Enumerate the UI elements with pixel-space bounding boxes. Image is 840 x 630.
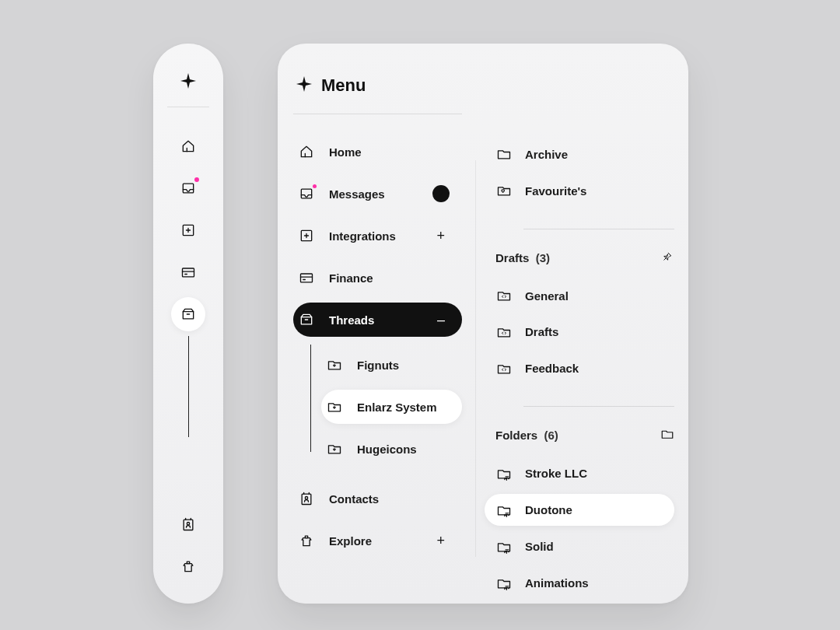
nav-label: Finance xyxy=(329,271,373,285)
add-icon[interactable]: + xyxy=(432,532,450,549)
folder-arrow-icon xyxy=(326,441,343,457)
rail-explore[interactable] xyxy=(171,549,205,583)
nav-label: General xyxy=(525,289,569,303)
folder-arrow-icon xyxy=(326,399,343,415)
folder-list-icon xyxy=(495,539,513,555)
menu-secondary-column: Archive Favourite's Drafts (3) General D… xyxy=(477,44,688,604)
nav-label: Animations xyxy=(525,576,589,590)
folder-solid[interactable]: Solid xyxy=(495,530,674,562)
section-count: (3) xyxy=(536,251,550,264)
folder-icon xyxy=(495,146,513,162)
draft-general[interactable]: General xyxy=(495,280,674,312)
nav-label: Archive xyxy=(525,148,568,161)
folder-code-icon xyxy=(495,288,513,303)
home-icon xyxy=(298,144,315,159)
section-title: Drafts xyxy=(495,251,529,264)
nav-threads[interactable]: Threads – xyxy=(293,303,462,337)
pin-icon[interactable] xyxy=(660,250,674,266)
rail-contacts[interactable] xyxy=(171,507,205,541)
rail-messages[interactable] xyxy=(171,171,205,205)
nav-home[interactable]: Home xyxy=(293,135,462,169)
icon-rail xyxy=(153,44,223,604)
threads-children: Fignuts Enlarz System Hugeicons xyxy=(293,345,462,474)
folder-code-icon xyxy=(495,361,513,376)
folder-animations[interactable]: Animations xyxy=(495,567,674,599)
nav-label: Fignuts xyxy=(357,359,399,372)
nav-label: Messages xyxy=(329,187,385,201)
credit-card-icon xyxy=(298,270,315,285)
notification-dot xyxy=(194,177,199,182)
nav-contacts[interactable]: Contacts xyxy=(293,481,462,516)
nav-label: Drafts xyxy=(525,325,558,338)
divider xyxy=(167,107,209,107)
nav-label: Threads xyxy=(329,313,374,327)
nav-label: Stroke LLC xyxy=(525,467,587,480)
collapse-icon[interactable]: – xyxy=(432,311,450,328)
nav-archive[interactable]: Archive xyxy=(495,138,674,170)
notification-dot xyxy=(313,184,317,188)
menu-primary-column: Menu Home Messages 2 Integrations + Fina… xyxy=(278,44,477,604)
package-icon xyxy=(298,312,315,327)
nav-label: Solid xyxy=(525,540,554,553)
rail-home[interactable] xyxy=(171,129,205,163)
inbox-icon xyxy=(298,186,315,201)
folder-arrow-icon xyxy=(326,357,343,373)
section-count: (6) xyxy=(544,429,558,442)
nav-label: Favourite's xyxy=(525,184,586,198)
folder-list-icon xyxy=(495,502,513,518)
rail-finance[interactable] xyxy=(171,255,205,289)
menu-title-row: Menu xyxy=(293,75,462,96)
section-drafts-header[interactable]: Drafts (3) xyxy=(495,250,674,266)
divider xyxy=(523,229,674,229)
add-icon[interactable]: + xyxy=(432,227,450,244)
divider xyxy=(293,114,462,114)
folder-duotone[interactable]: Duotone xyxy=(485,494,674,526)
menu-panel: Menu Home Messages 2 Integrations + Fina… xyxy=(278,44,688,604)
folder-list-icon xyxy=(495,466,513,481)
rail-integrations[interactable] xyxy=(171,213,205,247)
nav-finance[interactable]: Finance xyxy=(293,261,462,295)
thread-item-enlarz[interactable]: Enlarz System xyxy=(321,390,462,424)
sparkle-icon xyxy=(295,75,312,96)
nav-label: Duotone xyxy=(525,503,572,516)
nav-label: Enlarz System xyxy=(357,401,437,414)
folder-code-icon xyxy=(495,324,513,340)
thread-item-hugeicons[interactable]: Hugeicons xyxy=(321,432,462,466)
menu-title: Menu xyxy=(321,75,366,96)
nav-messages[interactable]: Messages 2 xyxy=(293,177,462,211)
nav-favourites[interactable]: Favourite's xyxy=(495,175,674,207)
section-folders-header[interactable]: Folders (6) xyxy=(495,427,674,443)
nav-integrations[interactable]: Integrations + xyxy=(293,219,462,253)
nav-label: Home xyxy=(329,145,362,159)
explore-icon xyxy=(298,533,315,548)
nav-label: Contacts xyxy=(329,492,379,506)
nav-label: Feedback xyxy=(525,362,579,375)
draft-feedback[interactable]: Feedback xyxy=(495,352,674,384)
nav-explore[interactable]: Explore + xyxy=(293,523,462,558)
nav-label: Integrations xyxy=(329,229,396,243)
contacts-icon xyxy=(298,491,315,506)
nav-label: Explore xyxy=(329,534,372,548)
folder-stroke-llc[interactable]: Stroke LLC xyxy=(495,457,674,489)
unread-badge: 2 xyxy=(432,185,450,202)
divider xyxy=(523,406,674,407)
folder-list-icon xyxy=(495,576,513,591)
rail-tree-line xyxy=(188,336,189,437)
folder-heart-icon xyxy=(495,183,513,198)
folder-icon[interactable] xyxy=(660,427,674,443)
sparkle-icon xyxy=(179,72,198,93)
thread-item-fignuts[interactable]: Fignuts xyxy=(321,348,462,382)
section-title: Folders xyxy=(495,429,537,442)
draft-drafts[interactable]: Drafts xyxy=(495,317,674,348)
rail-threads[interactable] xyxy=(171,297,205,331)
nav-label: Hugeicons xyxy=(357,443,417,456)
plus-square-icon xyxy=(298,228,315,243)
